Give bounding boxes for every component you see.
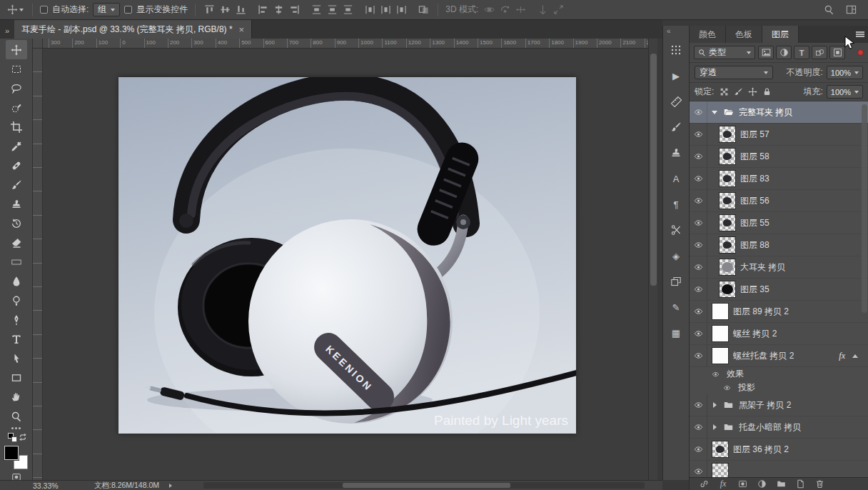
layer-visibility-toggle[interactable] bbox=[690, 345, 707, 366]
layer-visibility-toggle[interactable] bbox=[690, 190, 707, 211]
measure-panel-icon[interactable] bbox=[665, 91, 687, 111]
link-layers-icon[interactable] bbox=[695, 479, 712, 490]
hand-tool[interactable] bbox=[6, 387, 27, 406]
layer-visibility-toggle[interactable] bbox=[690, 279, 707, 300]
layer-row[interactable] bbox=[690, 461, 868, 477]
delete-layer-icon[interactable] bbox=[811, 479, 828, 490]
tab-layers[interactable]: 图层 bbox=[762, 26, 799, 43]
layer-thumbnail[interactable] bbox=[719, 170, 736, 187]
gradient-tool[interactable] bbox=[6, 252, 27, 271]
panel-menu-icon[interactable] bbox=[852, 26, 868, 43]
layer-name[interactable]: 图层 35 bbox=[740, 284, 769, 296]
document-canvas[interactable]: KEENION Painted by Light years bbox=[118, 77, 576, 434]
3d-orbit-button[interactable] bbox=[483, 3, 496, 16]
layer-row[interactable]: 螺丝托盘 拷贝 2 fx bbox=[690, 345, 868, 367]
fill-field[interactable]: 100% bbox=[827, 85, 863, 99]
3d-pan-button[interactable] bbox=[514, 3, 528, 16]
current-tool-preset-button[interactable] bbox=[6, 3, 25, 16]
layer-visibility-toggle[interactable] bbox=[708, 367, 722, 381]
layer-name[interactable]: 图层 88 bbox=[740, 239, 769, 251]
layer-visibility-toggle[interactable] bbox=[690, 168, 707, 189]
move-tool[interactable] bbox=[6, 40, 27, 59]
layer-visibility-toggle[interactable] bbox=[690, 101, 707, 123]
vertical-scrollbar[interactable] bbox=[648, 39, 657, 480]
brush-panel-icon[interactable] bbox=[665, 117, 687, 137]
history-brush-tool[interactable] bbox=[6, 214, 27, 233]
auto-select-checkbox[interactable] bbox=[40, 6, 48, 14]
brush-tool[interactable] bbox=[6, 175, 27, 194]
lasso-tool[interactable] bbox=[6, 79, 27, 98]
actions-panel-icon[interactable]: ▶ bbox=[665, 66, 687, 86]
align-left-edges-button[interactable] bbox=[256, 3, 270, 16]
add-layer-style-icon[interactable]: fx bbox=[715, 479, 732, 490]
new-group-icon[interactable] bbox=[772, 479, 789, 490]
distribute-top-edges-button[interactable] bbox=[310, 3, 323, 16]
distribute-right-edges-button[interactable] bbox=[395, 3, 408, 16]
opacity-field[interactable]: 100% bbox=[827, 66, 863, 79]
crop-tool[interactable] bbox=[6, 117, 27, 136]
layer-name[interactable]: 图层 56 bbox=[740, 195, 769, 207]
layer-row[interactable]: 完整耳夹 拷贝 bbox=[690, 101, 868, 124]
layer-row[interactable]: 图层 56 bbox=[690, 190, 868, 212]
dodge-tool[interactable] bbox=[6, 291, 27, 310]
notes-panel-icon[interactable]: ✎ bbox=[665, 297, 687, 317]
ruler-corner[interactable] bbox=[33, 39, 43, 49]
new-adjustment-layer-icon[interactable] bbox=[753, 479, 770, 490]
3d-roll-button[interactable] bbox=[498, 3, 512, 16]
pixel-layer-filter-icon[interactable] bbox=[758, 46, 774, 59]
document-tab[interactable]: 耳麦手绘 - 副本.psd @ 33.3% (完整耳夹 拷贝, RGB/8) *… bbox=[14, 20, 252, 39]
layer-visibility-toggle[interactable] bbox=[690, 394, 707, 416]
styles-panel-icon[interactable]: ◈ bbox=[665, 246, 687, 266]
layer-name[interactable]: 图层 83 bbox=[740, 173, 769, 185]
eraser-tool[interactable] bbox=[6, 233, 27, 252]
layer-thumbnail[interactable] bbox=[719, 236, 736, 254]
group-expand-chevron[interactable] bbox=[712, 402, 718, 409]
auto-select-target-dropdown[interactable]: 组 bbox=[93, 3, 120, 16]
layer-thumbnail[interactable] bbox=[719, 192, 736, 209]
vertical-scroll-thumb[interactable] bbox=[650, 54, 657, 286]
layer-name[interactable]: 图层 36 拷贝 2 bbox=[733, 444, 789, 456]
patterns-panel-icon[interactable]: ▦ bbox=[665, 323, 687, 343]
layer-visibility-toggle[interactable] bbox=[690, 146, 707, 167]
foreground-color-swatch[interactable] bbox=[4, 446, 19, 460]
layer-row[interactable]: 托盘小暗部 拷贝 bbox=[690, 416, 868, 439]
layer-name[interactable]: 投影 bbox=[738, 381, 755, 394]
layer-visibility-toggle[interactable] bbox=[690, 439, 707, 460]
layer-visibility-toggle[interactable] bbox=[690, 124, 707, 145]
layer-thumbnail[interactable] bbox=[719, 259, 736, 276]
vertical-ruler[interactable] bbox=[33, 49, 43, 480]
layer-name[interactable]: 图层 57 bbox=[740, 129, 769, 141]
layer-name[interactable]: 大耳夹 拷贝 bbox=[740, 261, 785, 274]
layer-visibility-toggle[interactable] bbox=[690, 461, 707, 477]
layer-row[interactable]: 图层 36 拷贝 2 bbox=[690, 439, 868, 461]
shape-layer-filter-icon[interactable] bbox=[812, 46, 827, 59]
distribute-bottom-edges-button[interactable] bbox=[341, 3, 355, 16]
layer-name[interactable]: 图层 55 bbox=[740, 217, 769, 229]
adjustment-layer-filter-icon[interactable] bbox=[776, 46, 792, 59]
layer-row[interactable]: 图层 89 拷贝 2 bbox=[690, 301, 868, 323]
layer-visibility-toggle[interactable] bbox=[690, 212, 707, 234]
layer-row[interactable]: 图层 57 bbox=[690, 124, 868, 146]
edit-toolbar-icon[interactable] bbox=[11, 427, 21, 429]
layer-row[interactable]: 黑架子 拷贝 2 bbox=[690, 394, 868, 416]
layer-name[interactable]: 图层 89 拷贝 2 bbox=[733, 306, 789, 318]
zoom-tool[interactable] bbox=[6, 406, 27, 426]
rectangle-tool[interactable] bbox=[6, 368, 27, 387]
distribute-horizontal-centers-button[interactable] bbox=[379, 3, 393, 16]
layer-name[interactable]: 托盘小暗部 拷贝 bbox=[739, 421, 801, 434]
layer-row[interactable]: 图层 88 bbox=[690, 234, 868, 256]
align-vertical-centers-button[interactable] bbox=[218, 3, 232, 16]
layer-row[interactable]: 图层 83 bbox=[690, 168, 868, 190]
smart-object-filter-icon[interactable] bbox=[829, 46, 845, 59]
swap-colors-icon[interactable] bbox=[19, 433, 27, 441]
layer-name[interactable]: 黑架子 拷贝 2 bbox=[739, 399, 791, 411]
layer-thumbnail[interactable] bbox=[712, 441, 729, 458]
layer-visibility-toggle[interactable] bbox=[690, 416, 707, 438]
horizontal-scroll-thumb[interactable] bbox=[343, 483, 510, 488]
lock-image-pixels-icon[interactable] bbox=[734, 87, 743, 96]
align-horizontal-centers-button[interactable] bbox=[272, 3, 286, 16]
character-panel-icon[interactable]: A bbox=[665, 169, 687, 189]
tab-close-icon[interactable]: × bbox=[239, 24, 245, 35]
default-colors-control[interactable] bbox=[7, 432, 26, 443]
distribute-vertical-centers-button[interactable] bbox=[326, 3, 339, 16]
